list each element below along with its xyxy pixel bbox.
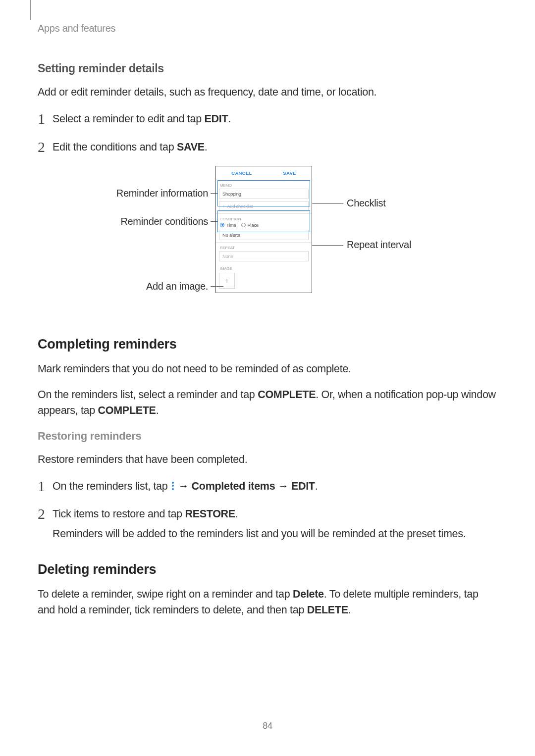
restore-step-2: 2 Tick items to restore and tap RESTORE. [38, 505, 497, 522]
text: . [315, 480, 318, 492]
bold-restore: RESTORE [185, 508, 235, 520]
callout-add-image: Add an image. [107, 281, 208, 292]
memo-input[interactable]: Shopping [219, 189, 309, 199]
page-number: 84 [0, 721, 535, 731]
bold-delete-caps: DELETE [307, 604, 348, 616]
leader-line [211, 221, 217, 222]
leader-line [312, 245, 343, 246]
alerts-input[interactable]: No alerts [219, 230, 309, 240]
step-1: 1 Select a reminder to edit and tap EDIT… [38, 110, 497, 127]
restore-step-2-cont: Reminders will be added to the reminders… [38, 526, 497, 542]
callout-checklist: Checklist [347, 198, 385, 209]
step-body: On the reminders list, tap → Completed i… [53, 478, 318, 494]
text: . [156, 404, 159, 416]
text: . [235, 508, 238, 520]
bold-complete: COMPLETE [98, 404, 156, 416]
save-button[interactable]: SAVE [283, 170, 296, 176]
text: → [275, 480, 291, 492]
leader-line [211, 193, 217, 194]
step-number: 2 [38, 506, 53, 521]
bold-edit: EDIT [291, 480, 315, 492]
condition-label: CONDITION [216, 214, 312, 222]
step-2: 2 Edit the conditions and tap SAVE. [38, 138, 497, 155]
reminder-screen: CANCEL SAVE MEMO Shopping Add checklist … [215, 166, 312, 293]
bold-complete: COMPLETE [258, 389, 316, 401]
cancel-button[interactable]: CANCEL [231, 170, 252, 176]
text: To delete a reminder, swipe right on a r… [38, 588, 293, 600]
text-restoring: Restore reminders that have been complet… [38, 452, 497, 467]
text: On the reminders list, select a reminder… [38, 389, 258, 401]
reminder-figure: CANCEL SAVE MEMO Shopping Add checklist … [107, 166, 428, 317]
text: . [228, 113, 231, 125]
text-deleting: To delete a reminder, swipe right on a r… [38, 586, 497, 618]
text: → [175, 480, 192, 492]
text: . [205, 141, 208, 153]
heading-deleting-reminders: Deleting reminders [38, 562, 497, 577]
bold-completed-items: Completed items [192, 480, 275, 492]
image-label: IMAGE [216, 263, 312, 272]
heading-restoring-reminders: Restoring reminders [38, 430, 497, 443]
add-checklist-button[interactable]: Add checklist [219, 201, 309, 211]
callout-repeat-interval: Repeat interval [347, 239, 411, 251]
page-content: Apps and features Setting reminder detai… [0, 0, 535, 618]
text-completing-1: Mark reminders that you do not need to b… [38, 361, 497, 377]
condition-radios: Time Place [216, 222, 312, 230]
radio-place-label: Place [248, 222, 259, 228]
step-body: Edit the conditions and tap SAVE. [53, 139, 207, 155]
step-body: Select a reminder to edit and tap EDIT. [53, 111, 231, 127]
screen-top-bar: CANCEL SAVE [216, 166, 312, 180]
step-number: 1 [38, 111, 53, 126]
text: Select a reminder to edit and tap [53, 113, 205, 125]
bold-delete: Delete [293, 588, 324, 600]
text-setting-details: Add or edit reminder details, such as fr… [38, 84, 497, 100]
repeat-input[interactable]: None [219, 251, 309, 261]
step-body: Tick items to restore and tap RESTORE. [53, 506, 238, 522]
page-edge-mark [30, 0, 31, 20]
radio-time[interactable]: Time [220, 222, 236, 228]
bold-edit: EDIT [205, 113, 228, 125]
bold-save: SAVE [177, 141, 205, 153]
text: . [348, 604, 351, 616]
step-body: Reminders will be added to the reminders… [53, 526, 466, 542]
radio-time-label: Time [226, 222, 236, 228]
memo-label: MEMO [216, 180, 312, 189]
more-options-icon [172, 480, 174, 491]
repeat-label: REPEAT [216, 243, 312, 251]
leader-line [312, 203, 343, 204]
callout-reminder-conditions: Reminder conditions [107, 216, 208, 227]
breadcrumb: Apps and features [38, 23, 497, 34]
text: On the reminders list, tap [53, 480, 170, 492]
step-number: 1 [38, 479, 53, 494]
leader-line [211, 286, 223, 287]
callout-reminder-info: Reminder information [107, 188, 208, 199]
restore-step-1: 1 On the reminders list, tap → Completed… [38, 477, 497, 494]
heading-completing-reminders: Completing reminders [38, 337, 497, 352]
step-number: 2 [38, 140, 53, 154]
heading-setting-reminder-details: Setting reminder details [38, 62, 497, 75]
text: Tick items to restore and tap [53, 508, 185, 520]
text-completing-2: On the reminders list, select a reminder… [38, 387, 497, 419]
radio-place[interactable]: Place [241, 222, 259, 228]
text: Edit the conditions and tap [53, 141, 177, 153]
